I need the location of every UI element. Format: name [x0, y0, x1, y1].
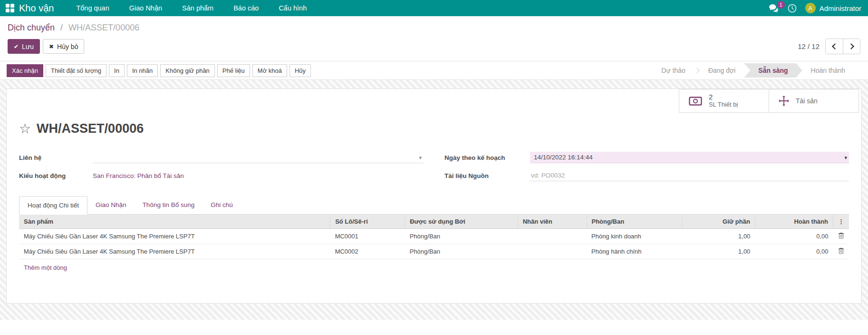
add-a-line-link[interactable]: Thêm một dòng — [19, 259, 849, 276]
pager-next-button[interactable] — [843, 39, 860, 54]
device-count-smart-button[interactable]: 2 SL Thiết bị — [679, 89, 769, 113]
field-groups: Liên hệ Kiểu hoạt động San Francisco: Ph… — [19, 151, 849, 182]
cancel-button[interactable]: Hủy — [289, 64, 311, 77]
partner-input[interactable] — [93, 152, 424, 163]
statusbar-actions: Xác nhận Thiết đặt số lượng In In nhãn K… — [7, 64, 311, 77]
set-quantities-button[interactable]: Thiết đặt số lượng — [46, 64, 106, 77]
apps-grid-icon[interactable] — [6, 4, 14, 12]
navbar-right: 1 A Administrator — [769, 3, 861, 13]
cell-product[interactable]: Máy Chiếu Siêu Gần Laser 4K Samsung The … — [19, 244, 330, 259]
asset-smart-button-label: Tài sản — [796, 97, 818, 105]
save-button[interactable]: Lưu — [8, 39, 40, 54]
statusbar: Xác nhận Thiết đặt số lượng In In nhãn K… — [0, 61, 868, 80]
cell-employee[interactable] — [518, 244, 587, 259]
unlock-button[interactable]: Mở khoá — [252, 64, 287, 77]
col-employee[interactable]: Nhân viên — [518, 215, 587, 229]
cell-employee[interactable] — [518, 229, 587, 244]
menu-bao-cao[interactable]: Báo cáo — [223, 0, 269, 16]
user-name: Administrator — [820, 4, 861, 12]
device-count-value: 2 — [709, 93, 738, 101]
state-waiting[interactable]: Đang đợi — [700, 64, 744, 77]
table-header-row: Sản phẩm Số Lô/Sê-ri Được sử dụng Bởi Nh… — [19, 215, 849, 229]
pager-previous-button[interactable] — [826, 39, 843, 54]
confirm-button[interactable]: Xác nhận — [7, 64, 43, 77]
table-row[interactable]: Máy Chiếu Siêu Gần Laser 4K Samsung The … — [19, 244, 849, 259]
status-pipeline: Dự thảo Đang đợi Sẵn sàng Hoàn thành — [653, 63, 854, 78]
cell-used-by[interactable]: Phòng/Ban — [405, 244, 518, 259]
move-arrows-icon — [779, 96, 789, 106]
banknote-icon — [689, 97, 702, 106]
delete-row-button[interactable] — [838, 232, 844, 239]
col-lot-serial[interactable]: Số Lô/Sê-ri — [330, 215, 405, 229]
save-button-label: Lưu — [22, 42, 34, 51]
cell-done[interactable]: 0,00 — [755, 229, 833, 244]
record-title: WH/ASSET/00006 — [37, 121, 144, 136]
menu-san-pham[interactable]: Sản phẩm — [172, 0, 223, 16]
partner-field-label: Liên hệ — [19, 154, 93, 161]
operation-type-link[interactable]: San Francisco: Phân bổ Tài sản — [93, 172, 184, 179]
state-draft[interactable]: Dự thảo — [653, 64, 694, 77]
vertical-dots-icon — [838, 218, 844, 225]
device-count-label: SL Thiết bị — [709, 101, 738, 108]
menu-tong-quan[interactable]: Tổng quan — [66, 0, 119, 16]
breadcrumb: Dịch chuyển / WH/ASSET/00006 — [8, 23, 860, 33]
control-panel: Dịch chuyển / WH/ASSET/00006 Lưu Hủy bỏ … — [0, 16, 868, 61]
menu-giao-nhan[interactable]: Giao Nhận — [119, 0, 172, 16]
optional-columns-toggle[interactable] — [833, 215, 849, 229]
chatter-area — [0, 320, 868, 330]
source-document-input[interactable] — [530, 170, 849, 181]
print-labels-button[interactable]: In nhãn — [127, 64, 158, 77]
main-menu: Tổng quan Giao Nhận Sản phẩm Báo cáo Cấu… — [66, 0, 317, 16]
tab-operation-details[interactable]: Hoạt động Chi tiết — [19, 196, 87, 215]
cell-lot[interactable]: MC0002 — [330, 244, 405, 259]
move-lines-table: Sản phẩm Số Lô/Sê-ri Được sử dụng Bởi Nh… — [19, 215, 849, 259]
col-department[interactable]: Phòng/Ban — [587, 215, 682, 229]
pipeline-separator-icon — [694, 68, 699, 73]
activities-clock-icon[interactable] — [788, 4, 797, 13]
discard-button-label: Hủy bỏ — [57, 42, 78, 51]
trash-icon — [838, 232, 844, 239]
tab-additional-info[interactable]: Thông tin Bổ sung — [135, 196, 203, 215]
state-ready-active[interactable]: Sẵn sàng — [744, 63, 802, 78]
cell-used-by[interactable]: Phòng/Ban — [405, 229, 518, 244]
operation-type-field-label: Kiểu hoạt động — [19, 172, 93, 179]
form-buttons: Lưu Hủy bỏ — [8, 39, 84, 54]
state-done[interactable]: Hoàn thành — [802, 64, 854, 77]
cell-product[interactable]: Máy Chiếu Siêu Gần Laser 4K Samsung The … — [19, 229, 330, 244]
col-done[interactable]: Hoàn thành — [755, 215, 833, 229]
col-used-by[interactable]: Được sử dụng Bởi — [405, 215, 518, 229]
unreserve-button[interactable]: Không giữ phần — [160, 64, 215, 77]
breadcrumb-separator: / — [60, 23, 63, 32]
messages-badge: 1 — [777, 1, 785, 9]
breadcrumb-parent-link[interactable]: Dịch chuyển — [8, 23, 55, 32]
cell-lot[interactable]: MC0001 — [330, 229, 405, 244]
cell-done[interactable]: 0,00 — [755, 244, 833, 259]
top-navbar: Kho vận Tổng quan Giao Nhận Sản phẩm Báo… — [0, 0, 868, 16]
tab-giao-nhan[interactable]: Giao Nhận — [87, 196, 135, 215]
favorite-star-icon[interactable] — [19, 122, 31, 136]
scrap-button[interactable]: Phế liệu — [217, 64, 250, 77]
cell-department[interactable]: Phòng hành chính — [587, 244, 682, 259]
cell-reserved[interactable]: 1,00 — [682, 229, 755, 244]
col-reserved[interactable]: Giữ phần — [682, 215, 755, 229]
x-icon — [49, 42, 54, 51]
cell-reserved[interactable]: 1,00 — [682, 244, 755, 259]
cell-department[interactable]: Phòng kinh doanh — [587, 229, 682, 244]
tab-notes[interactable]: Ghi chú — [203, 196, 241, 215]
col-product[interactable]: Sản phẩm — [19, 215, 330, 229]
check-icon — [14, 42, 19, 51]
delete-row-button[interactable] — [838, 247, 844, 254]
scheduled-date-field-label: Ngày theo kế hoạch — [444, 154, 530, 161]
breadcrumb-current: WH/ASSET/00006 — [68, 23, 139, 32]
messages-icon[interactable]: 1 — [769, 4, 779, 12]
asset-smart-button[interactable]: Tài sản — [769, 89, 859, 113]
menu-cau-hinh[interactable]: Cấu hình — [269, 0, 317, 16]
table-row[interactable]: Máy Chiếu Siêu Gần Laser 4K Samsung The … — [19, 229, 849, 244]
discard-button[interactable]: Hủy bỏ — [43, 39, 84, 54]
app-brand[interactable]: Kho vận — [19, 3, 54, 14]
chevron-left-icon — [832, 43, 838, 49]
user-menu[interactable]: A Administrator — [805, 3, 861, 13]
print-button[interactable]: In — [109, 64, 125, 77]
source-document-field-label: Tài liệu Nguồn — [444, 172, 530, 179]
scheduled-date-input[interactable] — [530, 152, 849, 163]
